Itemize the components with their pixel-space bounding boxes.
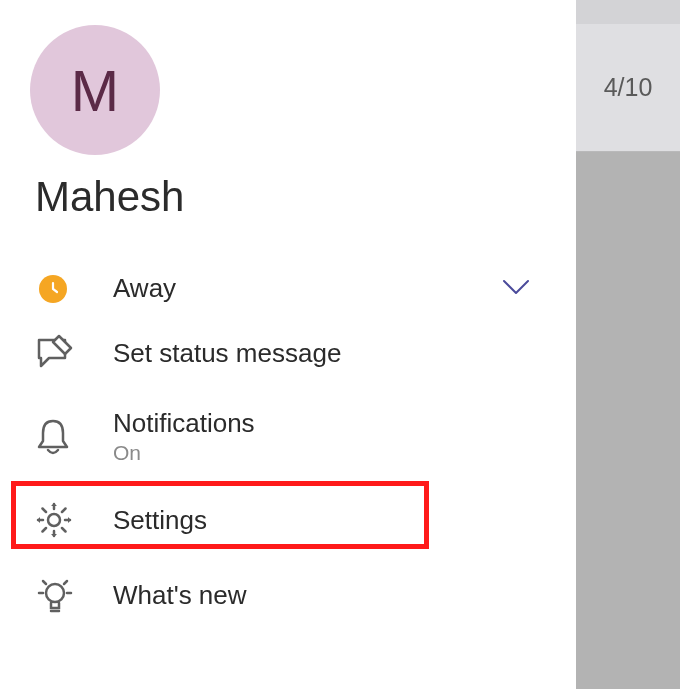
- menu-list: Away Set status message No: [0, 261, 576, 633]
- bell-icon: [35, 417, 83, 457]
- notifications-label: Notifications: [113, 408, 255, 439]
- notifications-item[interactable]: Notifications On: [0, 390, 576, 483]
- whats-new-item[interactable]: What's new: [0, 557, 576, 633]
- set-status-message-item[interactable]: Set status message: [0, 316, 576, 390]
- avatar[interactable]: M: [30, 25, 160, 155]
- status-row[interactable]: Away: [0, 261, 576, 316]
- settings-item[interactable]: Settings: [0, 483, 576, 557]
- background-date: 4/10: [604, 73, 653, 102]
- away-status-icon: [35, 275, 83, 303]
- pencil-message-icon: [35, 334, 83, 372]
- avatar-initial: M: [71, 57, 119, 124]
- lightbulb-icon: [35, 575, 83, 615]
- status-label: Away: [113, 273, 501, 304]
- background-body: [576, 152, 680, 689]
- background-app: 4/10: [576, 0, 680, 689]
- set-status-label: Set status message: [113, 338, 541, 369]
- svg-point-0: [48, 514, 60, 526]
- user-name: Mahesh: [35, 173, 576, 221]
- settings-label: Settings: [113, 505, 541, 536]
- svg-point-1: [46, 584, 64, 602]
- background-date-row: 4/10: [576, 24, 680, 152]
- background-header: [576, 0, 680, 24]
- gear-icon: [35, 501, 83, 539]
- profile-panel: M Mahesh Away Set status message: [0, 0, 576, 689]
- chevron-down-icon: [501, 278, 531, 300]
- notifications-value: On: [113, 441, 255, 465]
- whats-new-label: What's new: [113, 580, 541, 611]
